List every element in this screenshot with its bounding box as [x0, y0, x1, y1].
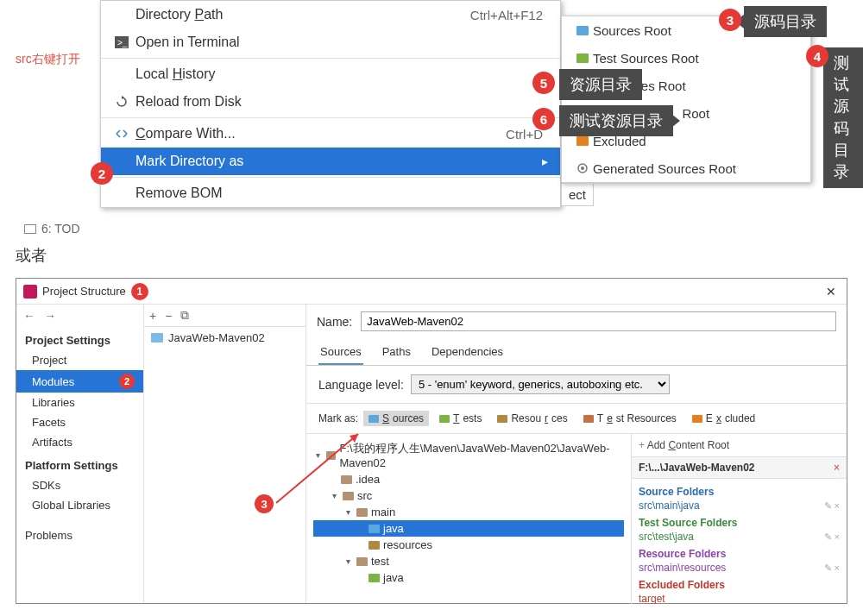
menu-item-local-history[interactable]: Local History ▸	[101, 60, 560, 88]
shortcut-text: Ctrl+Alt+F12	[470, 8, 550, 22]
remove-module-button[interactable]: −	[165, 309, 172, 323]
sidebar-item-libraries[interactable]: Libraries	[16, 393, 143, 412]
svg-text:>_: >_	[117, 38, 128, 47]
terminal-icon: >_	[111, 36, 132, 48]
mark-test-resources-button[interactable]: Test Resources	[578, 411, 682, 426]
badge-6: 6	[532, 108, 555, 130]
context-menu: Directory Path Ctrl+Alt+F12 >_ Open in T…	[100, 0, 561, 208]
menu-separator	[101, 177, 560, 178]
window-title: Project Structure	[42, 285, 126, 298]
sidebar-item-facets[interactable]: Facets	[16, 412, 143, 432]
tab-sources[interactable]: Sources	[318, 342, 363, 365]
add-content-root-button[interactable]: + + Add Content RootAdd Content Root	[639, 439, 729, 451]
name-field[interactable]	[361, 311, 836, 331]
sidebar-item-sdks[interactable]: SDKs	[16, 475, 143, 495]
copy-module-button[interactable]: ⧉	[180, 308, 189, 323]
forward-button[interactable]: →	[44, 309, 56, 323]
menu-separator	[101, 117, 560, 118]
sidebar-item-project[interactable]: Project	[16, 350, 143, 370]
add-module-button[interactable]: +	[149, 309, 156, 323]
reload-icon	[111, 95, 132, 109]
tooltip-sources-dir: 源码目录	[744, 6, 827, 37]
menu-item-compare-with[interactable]: Compare With... Ctrl+D	[101, 120, 560, 148]
tooltip-resources-dir: 资源目录	[559, 69, 642, 100]
badge-3: 3	[719, 9, 741, 31]
test-source-folder-path[interactable]: src\test\java✎ ×	[639, 529, 840, 544]
folder-icon	[576, 53, 589, 63]
badge-3b: 3	[255, 494, 274, 513]
tree-row-test[interactable]: ▾test	[313, 553, 624, 569]
sidebar-item-global-libraries[interactable]: Global Libraries	[16, 495, 143, 515]
or-text: 或者	[16, 245, 863, 266]
menu-separator	[101, 58, 560, 59]
svg-marker-5	[350, 434, 358, 443]
menu-item-remove-bom[interactable]: Remove BOM	[101, 179, 560, 207]
compare-icon	[111, 127, 132, 141]
app-icon	[23, 285, 37, 299]
section-platform-settings: Platform Settings	[16, 452, 143, 475]
tree-row-resources[interactable]: resources	[313, 537, 624, 553]
badge-2: 2	[91, 162, 113, 185]
mark-sources-button[interactable]: Sources	[363, 411, 429, 426]
tree-row-java-test[interactable]: java	[313, 569, 624, 586]
nav-arrows: ← →	[16, 305, 143, 327]
source-folders-title: Source Folders	[639, 486, 840, 498]
language-level-select[interactable]: 5 - 'enum' keyword, generics, autoboxing…	[411, 374, 670, 394]
mark-as-label: Mark as:	[318, 412, 358, 424]
name-label: Name:	[317, 315, 352, 329]
mark-excluded-button[interactable]: Excluded	[687, 411, 760, 426]
tree-row-java-main[interactable]: java	[313, 520, 624, 537]
red-arrow-annotation	[272, 425, 375, 512]
test-source-folders-title: Test Source Folders	[639, 517, 840, 529]
tab-paths[interactable]: Paths	[381, 342, 413, 365]
folder-icon	[576, 136, 589, 146]
annotation-src-right-click: src右键打开	[16, 52, 80, 67]
language-level-label: Language level:	[318, 378, 404, 392]
svg-line-4	[276, 434, 358, 503]
close-button[interactable]: ✕	[822, 285, 840, 299]
menu-item-directory-path[interactable]: Directory Path Ctrl+Alt+F12	[101, 1, 560, 28]
gear-icon	[572, 161, 593, 175]
content-root-panel: + + Add Content RootAdd Content Root F:\…	[631, 434, 847, 604]
badge-1: 1	[131, 283, 148, 300]
module-icon	[151, 333, 163, 343]
remove-root-icon[interactable]: ×	[834, 462, 840, 474]
tooltip-test-resources-dir: 测试资源目录	[559, 105, 673, 136]
submenu-generated-sources-root[interactable]: Generated Sources Root	[562, 154, 810, 182]
resource-folder-path[interactable]: src\main\resources✎ ×	[639, 560, 840, 575]
svg-point-3	[581, 167, 584, 170]
mark-resources-button[interactable]: Resources	[492, 411, 572, 426]
submenu-test-sources-root[interactable]: Test Sources Root	[562, 44, 810, 72]
fragment-ect: ect	[561, 184, 594, 206]
content-root-path[interactable]: F:\...\JavaWeb-Maven02 ×	[632, 457, 847, 479]
resource-folders-title: Resource Folders	[639, 548, 840, 560]
badge-4: 4	[806, 45, 828, 67]
menu-item-open-terminal[interactable]: >_ Open in Terminal	[101, 28, 560, 56]
module-main-panel: Name: Sources Paths Dependencies Languag…	[306, 305, 847, 603]
module-item[interactable]: JavaWeb-Maven02	[144, 327, 306, 349]
badge-5: 5	[532, 72, 555, 94]
sidebar-item-artifacts[interactable]: Artifacts	[16, 432, 143, 452]
tab-dependencies[interactable]: Dependencies	[430, 342, 505, 365]
settings-sidebar: ← → Project Settings Project Modules 2 L…	[16, 305, 144, 603]
menu-item-mark-directory-as[interactable]: Mark Directory as ▸	[101, 148, 560, 175]
folder-icon	[576, 26, 589, 35]
menu-item-reload-disk[interactable]: Reload from Disk	[101, 88, 560, 116]
excluded-folder-path[interactable]: target	[639, 591, 840, 604]
titlebar: Project Structure 1 ✕	[16, 279, 847, 305]
chevron-right-icon: ▸	[539, 154, 550, 168]
excluded-folders-title: Excluded Folders	[639, 579, 840, 591]
mark-tests-button[interactable]: Tests	[434, 411, 487, 426]
back-button[interactable]: ←	[23, 309, 35, 323]
badge-2b: 2	[119, 374, 135, 389]
tooltip-test-sources-dir: 测试 源码 目录	[823, 47, 863, 188]
section-project-settings: Project Settings	[16, 327, 143, 350]
sidebar-item-problems[interactable]: Problems	[16, 525, 143, 545]
source-folder-path[interactable]: src\main\java✎ ×	[639, 498, 840, 513]
toolwindow-fragment: 6: TOD	[24, 222, 80, 236]
sidebar-item-modules[interactable]: Modules 2	[16, 370, 143, 393]
source-tree: ▾ F:\我的程序人生\Maven\JavaWeb-Maven02\JavaWe…	[306, 434, 631, 604]
project-structure-window: Project Structure 1 ✕ ← → Project Settin…	[16, 278, 847, 604]
